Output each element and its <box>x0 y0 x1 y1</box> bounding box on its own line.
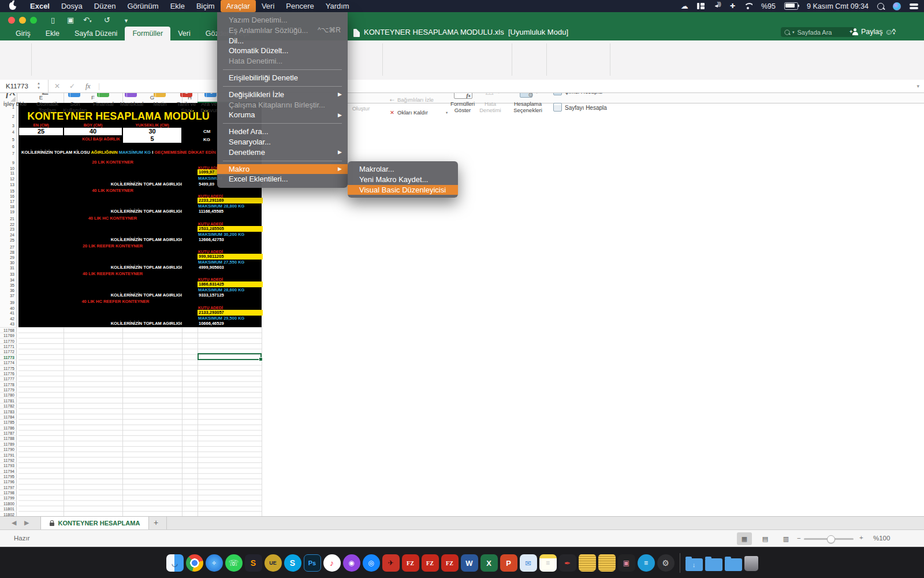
row-number-23[interactable]: 23 <box>0 227 14 232</box>
name-box[interactable]: K11773 <box>0 80 49 92</box>
row-number-30[interactable]: 30 <box>0 260 14 265</box>
minimize-window-button[interactable] <box>19 17 26 24</box>
menu-item-koruma[interactable]: Koruma▶ <box>217 110 348 120</box>
input-switch-icon[interactable]: ✚ <box>730 0 735 12</box>
menubar-item-yard-m[interactable]: Yardım <box>320 0 355 12</box>
row-number-41[interactable]: 41 <box>0 310 14 316</box>
menubar-item-g-r-n-m[interactable]: Görünüm <box>121 0 164 12</box>
dock-icon-filezilla-1[interactable]: FZ <box>402 554 419 572</box>
page-break-view-button[interactable]: ▥ <box>778 532 793 545</box>
row-number-11786[interactable]: 11786 <box>0 425 14 431</box>
row-number-11794[interactable]: 11794 <box>0 469 14 474</box>
row-number-36[interactable]: 36 <box>0 288 14 293</box>
row-number-11797[interactable]: 11797 <box>0 485 14 490</box>
dock-icon-shazam[interactable]: ◎ <box>363 554 380 572</box>
row-number-11796[interactable]: 11796 <box>0 479 14 484</box>
row-number-11802[interactable]: 11802 <box>0 512 14 516</box>
prev-sheet-icon[interactable]: ◀ <box>12 519 16 527</box>
zoom-window-button[interactable] <box>30 17 37 24</box>
dock-icon-coins-app-1[interactable] <box>579 554 596 572</box>
menu-item-makro[interactable]: Makro▶ <box>217 164 348 175</box>
row-number-11798[interactable]: 11798 <box>0 490 14 495</box>
menubar-item-veri[interactable]: Veri <box>256 0 280 12</box>
control-center-icon[interactable] <box>910 3 918 9</box>
row-number-11778[interactable]: 11778 <box>0 382 14 387</box>
zoom-in-button[interactable]: + <box>859 534 863 541</box>
menubar-item-dosya[interactable]: Dosya <box>55 0 88 12</box>
undo-icon[interactable]: ↶▾ <box>83 16 91 24</box>
row-number-11770[interactable]: 11770 <box>0 339 14 344</box>
dock-icon-folder-2[interactable] <box>705 558 722 571</box>
dock-icon-blue-circle-app[interactable]: ≡ <box>638 554 655 572</box>
dock-icon-podcasts[interactable]: ◉ <box>343 554 360 572</box>
row-number-11782[interactable]: 11782 <box>0 403 14 409</box>
row-number-11793[interactable]: 11793 <box>0 463 14 468</box>
row-number-11792[interactable]: 11792 <box>0 458 14 463</box>
row-number-7[interactable]: 7 <box>0 151 14 156</box>
row-number-29[interactable]: 29 <box>0 255 14 260</box>
row-number-11783[interactable]: 11783 <box>0 409 14 414</box>
dock-icon-image-viewer[interactable]: ▣ <box>618 554 635 572</box>
row-number-11788[interactable]: 11788 <box>0 436 14 441</box>
row-number-43[interactable]: 43 <box>0 321 14 327</box>
row-number-18[interactable]: 18 <box>0 204 14 209</box>
menu-bar-clock[interactable]: 9 Kasım Cmt 09:34 <box>807 2 869 10</box>
ribbon-tab-giri[interactable]: Giriş <box>8 27 38 40</box>
volume-icon[interactable] <box>713 3 721 9</box>
row-number-11799[interactable]: 11799 <box>0 495 14 501</box>
financial-button[interactable]: Finansal <box>90 101 117 107</box>
row-number-25[interactable]: 25 <box>0 238 14 243</box>
search-input[interactable] <box>796 28 844 36</box>
siri-icon[interactable] <box>893 2 901 10</box>
row-number-11790[interactable]: 11790 <box>0 447 14 452</box>
ribbon-tab-veri[interactable]: Veri <box>170 27 198 40</box>
row-number-17[interactable]: 17 <box>0 199 14 204</box>
row-number-11769[interactable]: 11769 <box>0 333 14 338</box>
menu-item-hedef-ara[interactable]: Hedef Ara... <box>217 127 348 137</box>
zoom-percent[interactable]: %100 <box>873 535 890 542</box>
remove-arrows-button[interactable]: Okları Kaldır <box>397 109 447 116</box>
menubar-item-bi-im[interactable]: Biçim <box>191 0 221 12</box>
dock-icon-filezilla-3[interactable]: FZ <box>441 554 459 572</box>
selected-cell[interactable] <box>198 353 262 360</box>
menu-item-excel-eklentileri[interactable]: Excel Eklentileri... <box>217 174 348 184</box>
row-number-24[interactable]: 24 <box>0 232 14 238</box>
spotlight-search-icon[interactable] <box>877 3 884 10</box>
formula-bar-expand-icon[interactable]: ▾ <box>916 80 919 92</box>
menubar-item-pencere[interactable]: Pencere <box>280 0 319 12</box>
ribbon-tab-sayfa-d-zeni[interactable]: Sayfa Düzeni <box>67 27 125 40</box>
dock-icon-whatsapp[interactable]: ☏ <box>225 554 243 572</box>
row-number-11785[interactable]: 11785 <box>0 420 14 425</box>
normal-view-button[interactable]: ▦ <box>737 532 752 545</box>
row-number-16[interactable]: 16 <box>0 194 14 199</box>
row-number-28[interactable]: 28 <box>0 250 14 255</box>
add-sheet-button[interactable]: + <box>154 518 158 527</box>
dock-icon-folder-3[interactable] <box>725 558 742 571</box>
row-number-12[interactable]: 12 <box>0 176 14 181</box>
row-number-11[interactable]: 11 <box>0 171 14 176</box>
new-file-icon[interactable]: ▯ <box>51 16 55 24</box>
row-number-34[interactable]: 34 <box>0 277 14 283</box>
dock-icon-powerpoint[interactable]: P <box>500 554 517 572</box>
next-sheet-icon[interactable]: ▶ <box>24 519 29 527</box>
dock-icon-mail[interactable]: ✉ <box>520 554 537 572</box>
dock-icon-skype[interactable]: S <box>284 554 301 572</box>
function-icon[interactable]: fx <box>85 80 91 92</box>
row-number-13[interactable]: 13 <box>0 182 14 187</box>
dock-icon-excel[interactable]: X <box>480 554 498 572</box>
dock-icon-finder[interactable]: ◡ <box>166 554 184 572</box>
row-number-11795[interactable]: 11795 <box>0 474 14 479</box>
row-number-21[interactable]: 21 <box>0 216 14 221</box>
dock-icon-quill-app[interactable]: ✒ <box>559 554 576 572</box>
dock-icon-ultraedit[interactable]: UE <box>264 554 282 572</box>
grid-area[interactable]: EFGHK KONTEYNER HESAPLAMA MODÜLÜEN (CM)B… <box>0 92 924 516</box>
window-tiles-icon[interactable] <box>697 3 705 9</box>
row-number-11774[interactable]: 11774 <box>0 360 14 365</box>
row-number-31[interactable]: 31 <box>0 265 14 271</box>
zoom-out-button[interactable]: − <box>797 535 801 542</box>
row-number-11791[interactable]: 11791 <box>0 453 14 458</box>
menu-item-eri-ilebilirli-i-denetle[interactable]: Erişilebilirliği Denetle <box>217 73 348 83</box>
dock-icon-gear-app[interactable]: ⚙ <box>657 554 675 572</box>
insert-function-button[interactable]: İşlev Ekle <box>0 101 30 107</box>
save-icon[interactable]: ▣ <box>67 16 74 24</box>
